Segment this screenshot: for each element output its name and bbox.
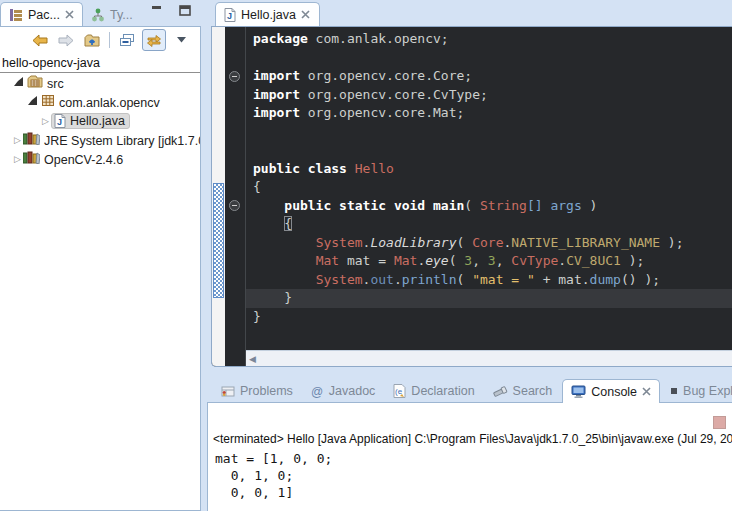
code-token: NATIVE_LIBRARY_NAME — [511, 235, 660, 250]
fold-collapse-icon[interactable] — [229, 200, 240, 211]
link-with-editor-button[interactable] — [142, 29, 166, 51]
view-menu-button[interactable] — [170, 30, 192, 50]
bottom-tab-label: Problems — [240, 384, 293, 398]
tree-entry[interactable]: com.anlak.opencv — [41, 94, 160, 110]
editor-tab-hello-java[interactable]: J Hello.java — [215, 2, 320, 26]
code-token: println — [402, 272, 457, 287]
code-token: . — [394, 272, 402, 287]
fold-collapse-icon[interactable] — [229, 71, 240, 82]
bottom-tab-bug-explorer[interactable]: Bug Explorer — [662, 380, 732, 402]
close-icon[interactable] — [642, 387, 651, 396]
code-line[interactable]: import org.opencv.core.Core; — [246, 67, 732, 86]
annotation-ruler[interactable] — [212, 27, 225, 366]
forward-button[interactable] — [55, 30, 77, 50]
svg-text:J: J — [227, 11, 232, 21]
code-token: 3 — [464, 253, 472, 268]
code-line[interactable]: System.out.println( "mat = " + mat.dump(… — [246, 271, 732, 290]
expand-arrow-icon[interactable]: ▷ — [12, 154, 23, 164]
code-line[interactable]: System.LoadLibrary( Core.NATIVE_LIBRARY_… — [246, 234, 732, 253]
code-line[interactable]: Mat mat = Mat.eye( 3, 3, CvType.CV_8UC1 … — [246, 252, 732, 271]
tree-item-jre-system-library--jdk1-7-0[interactable]: ▷JRE System Library [jdk1.7.0 — [0, 130, 200, 149]
scroll-left-arrow-icon[interactable]: ◀ — [249, 354, 256, 364]
view-tab-pac[interactable]: Pac... — [0, 2, 83, 26]
console-body: <terminated> Hello [Java Application] C:… — [207, 402, 732, 511]
code-line[interactable]: public class Hello — [246, 160, 732, 179]
console-output[interactable]: mat = [1, 0, 0; 0, 1, 0; 0, 0, 1] — [215, 450, 332, 501]
collapse-all-button[interactable] — [116, 30, 138, 50]
console-status-line: <terminated> Hello [Java Application] C:… — [213, 432, 732, 446]
java-file-icon: J — [54, 114, 66, 128]
code-token: ( — [457, 235, 473, 250]
expand-arrow-icon[interactable]: ▷ — [40, 116, 51, 126]
collapse-all-icon — [119, 33, 135, 47]
code-token: String — [480, 198, 527, 213]
code-line[interactable]: import org.opencv.core.Mat; — [246, 104, 732, 123]
code-line[interactable]: import org.opencv.core.CvType; — [246, 86, 732, 105]
code-token: org.opencv.core.Mat; — [300, 105, 464, 120]
bottom-tab-console[interactable]: Console — [562, 379, 660, 403]
code-line[interactable]: package com.anlak.opencv; — [246, 30, 732, 49]
code-token: dump — [590, 272, 621, 287]
close-icon[interactable] — [301, 10, 311, 20]
library-icon — [23, 151, 40, 164]
code-token: ( — [464, 198, 480, 213]
editor-tabbar: J Hello.java — [207, 0, 732, 26]
close-icon[interactable] — [65, 10, 74, 19]
code-line[interactable]: { — [246, 215, 732, 234]
search-icon — [493, 385, 508, 398]
tree-entry[interactable]: OpenCV-2.4.6 — [23, 151, 123, 167]
code-line[interactable]: } — [246, 308, 732, 327]
code-token: ) — [582, 198, 598, 213]
tree-item-opencv-2-4-6[interactable]: ▷OpenCV-2.4.6 — [0, 149, 200, 168]
code-token: [] — [527, 198, 550, 213]
svg-text:@: @ — [311, 385, 323, 398]
back-button[interactable] — [29, 30, 51, 50]
bottom-tab-declaration[interactable]: (eDeclaration — [385, 380, 482, 402]
terminate-icon[interactable] — [713, 416, 726, 429]
code-token: args — [550, 198, 581, 213]
collapse-arrow-icon[interactable] — [14, 77, 23, 86]
code-line-current[interactable]: } — [246, 289, 732, 308]
code-token: "mat = " — [472, 272, 535, 287]
code-line[interactable]: public static void main( String[] args ) — [246, 197, 732, 216]
view-tab-label: Ty... — [110, 8, 133, 22]
code-token: eye — [425, 253, 448, 268]
code-token: , — [496, 253, 512, 268]
bottom-tab-javadoc[interactable]: @Javadoc — [303, 380, 384, 402]
up-button[interactable] — [81, 30, 103, 50]
view-tab-ty[interactable]: Ty... — [83, 4, 141, 26]
code-token: ); — [621, 253, 644, 268]
tree-entry[interactable]: JRE System Library [jdk1.7.0 — [23, 132, 200, 148]
problems-icon — [221, 385, 235, 398]
collapse-arrow-icon[interactable] — [28, 96, 37, 105]
selected-tree-entry[interactable]: JHello.java — [51, 113, 130, 129]
code-token: import — [253, 68, 300, 83]
expand-arrow-icon[interactable]: ▷ — [12, 135, 23, 145]
toolbar-separator — [109, 32, 110, 48]
code-line[interactable] — [246, 49, 732, 68]
bottom-tab-problems[interactable]: Problems — [213, 380, 301, 402]
minimize-icon[interactable] — [151, 5, 165, 17]
editor-horizontal-scrollbar[interactable]: ◀ — [246, 350, 732, 366]
console-view: Problems@Javadoc(eDeclarationSearchConso… — [207, 377, 732, 511]
code-token: ); — [660, 235, 683, 250]
code-token: + mat. — [535, 272, 590, 287]
view-window-buttons — [151, 5, 193, 17]
bottom-tab-search[interactable]: Search — [485, 380, 561, 402]
declaration-icon: (e — [393, 384, 406, 398]
method-range-indicator — [213, 183, 224, 298]
code-text-area[interactable]: package com.anlak.opencv;import org.open… — [246, 27, 732, 366]
code-line[interactable] — [246, 123, 732, 142]
tree-entry[interactable]: src — [27, 75, 64, 91]
maximize-icon[interactable] — [179, 5, 193, 17]
code-token: Mat — [316, 253, 339, 268]
code-line[interactable]: { — [246, 178, 732, 197]
project-label[interactable]: hello-opencv-java — [0, 53, 200, 73]
tree-item-com-anlak-opencv[interactable]: com.anlak.opencv — [0, 92, 200, 111]
bottom-tab-label: Javadoc — [329, 384, 376, 398]
code-token: System — [316, 272, 363, 287]
package-explorer-body: hello-opencv-java srccom.anlak.opencv▷JH… — [0, 26, 201, 511]
tree-item-hello-java[interactable]: ▷JHello.java — [0, 111, 200, 130]
code-line[interactable] — [246, 141, 732, 160]
tree-item-src[interactable]: src — [0, 73, 200, 92]
